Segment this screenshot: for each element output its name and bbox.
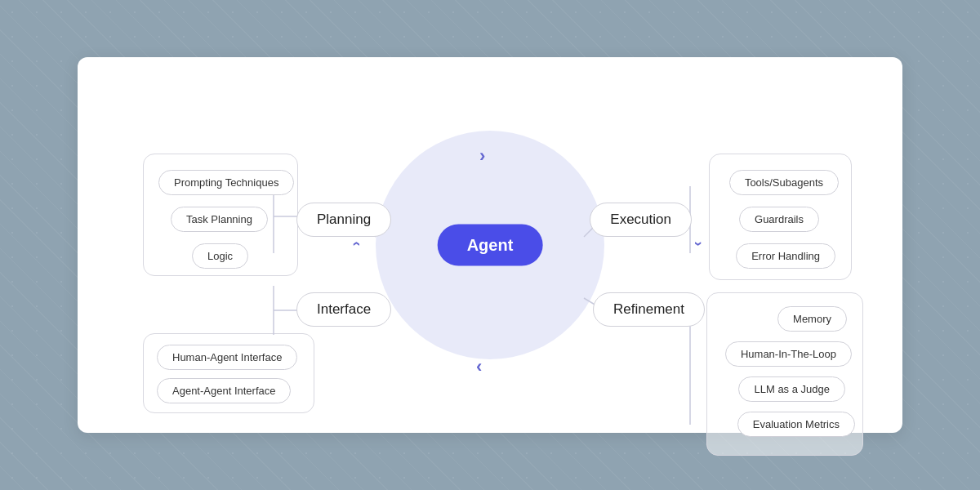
agent-button[interactable]: Agent bbox=[438, 225, 543, 266]
interface-node: Interface bbox=[296, 292, 391, 327]
chevron-bottom: ‹ bbox=[476, 356, 482, 377]
chevron-right: › bbox=[690, 242, 707, 247]
task-planning-node: Task Planning bbox=[171, 207, 268, 232]
human-in-the-loop-node: Human-In-The-Loop bbox=[725, 341, 852, 367]
evaluation-metrics-node: Evaluation Metrics bbox=[737, 412, 855, 437]
logic-node: Logic bbox=[192, 243, 248, 269]
guardrails-node: Guardrails bbox=[739, 207, 819, 232]
tools-subagents-node: Tools/Subagents bbox=[729, 170, 839, 195]
refinement-node: Refinement bbox=[593, 292, 705, 327]
human-agent-interface-node: Human-Agent Interface bbox=[157, 345, 297, 370]
main-card: Agent › ‹ › › Planning Execution Interfa… bbox=[78, 57, 902, 433]
llm-as-judge-node: LLM as a Judge bbox=[738, 376, 845, 402]
execution-node: Execution bbox=[590, 203, 692, 237]
chevron-left: › bbox=[347, 242, 364, 247]
agent-agent-interface-node: Agent-Agent Interface bbox=[157, 378, 291, 403]
planning-node: Planning bbox=[296, 203, 391, 237]
error-handling-node: Error Handling bbox=[736, 243, 835, 269]
memory-node: Memory bbox=[777, 306, 847, 332]
chevron-top: › bbox=[479, 145, 485, 167]
prompting-techniques-node: Prompting Techniques bbox=[158, 170, 294, 195]
